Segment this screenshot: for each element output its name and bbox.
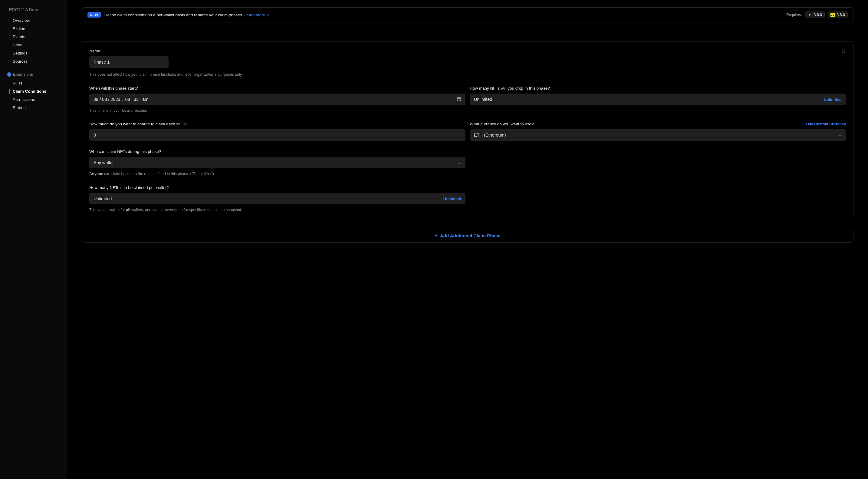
currency-select[interactable]: ETH (Ethereum) xyxy=(470,129,846,141)
learn-more-link[interactable]: Learn more ↗ xyxy=(244,13,270,17)
sidebar-title: ERC721A Drop xyxy=(0,7,67,17)
drop-unlimited-link[interactable]: Unlimited xyxy=(824,97,842,101)
add-phase-label: Add Additional Claim Phase xyxy=(440,233,500,238)
js-version-badge: JS 3.6.0 xyxy=(828,11,848,18)
price-input[interactable] xyxy=(89,129,465,141)
phase-card: Name This does not affect how your claim… xyxy=(82,41,854,220)
requires-label: Requires: xyxy=(786,13,802,17)
sidebar: ERC721A Drop Overview Explorer Events Co… xyxy=(0,0,67,479)
sidebar-item-permissions[interactable]: Permissions xyxy=(0,95,67,103)
sidebar-item-explorer[interactable]: Explorer xyxy=(0,25,67,33)
sidebar-item-code[interactable]: Code xyxy=(0,41,67,49)
add-phase-button[interactable]: + Add Additional Claim Phase xyxy=(82,229,854,242)
per-wallet-hint: This value applies for all wallets, and … xyxy=(89,207,465,213)
react-icon: ⚛ xyxy=(807,13,812,17)
per-wallet-unlimited-link[interactable]: Unlimited xyxy=(443,196,461,201)
custom-currency-link[interactable]: Use Custom Currency xyxy=(806,122,846,126)
sidebar-item-sources[interactable]: Sources xyxy=(0,57,67,65)
sidebar-item-events[interactable]: Events xyxy=(0,33,67,41)
start-hint: This time is in your local timezone. xyxy=(89,108,465,114)
notice-text: Define claim conditions on a per-wallet … xyxy=(104,12,270,17)
who-select[interactable]: Any wallet xyxy=(89,157,465,168)
notice-banner: NEW Define claim conditions on a per-wal… xyxy=(82,7,854,22)
price-label: How much do you want to charge to claim … xyxy=(89,122,465,126)
drop-label: How many NFTs will you drop in this phas… xyxy=(470,86,846,91)
js-icon: JS xyxy=(831,13,835,17)
sidebar-section-extensions: Extensions xyxy=(0,72,67,79)
requires-section: Requires: ⚛ 3.6.0 JS 3.6.0 xyxy=(786,11,848,18)
sidebar-item-embed[interactable]: Embed xyxy=(0,103,67,112)
delete-phase-icon[interactable] xyxy=(841,49,846,55)
who-hint: Anyone can claim based on the rules defi… xyxy=(89,171,465,177)
diamond-icon xyxy=(7,72,12,77)
new-badge: NEW xyxy=(88,12,101,18)
name-hint: This does not affect how your claim phas… xyxy=(89,72,846,78)
start-label: When will this phase start? xyxy=(89,86,465,91)
plus-icon: + xyxy=(435,233,438,238)
per-wallet-label: How many NFTs can be claimed per wallet? xyxy=(89,185,465,190)
sidebar-item-nfts[interactable]: NFTs xyxy=(0,79,67,87)
per-wallet-input[interactable] xyxy=(89,193,465,204)
currency-label: What currency do you want to use? xyxy=(470,122,534,126)
start-datetime-input[interactable] xyxy=(89,94,465,105)
extensions-label: Extensions xyxy=(13,72,33,77)
drop-input[interactable] xyxy=(470,94,846,105)
sidebar-item-overview[interactable]: Overview xyxy=(0,17,67,25)
who-label: Who can claim NFTs during this phase? xyxy=(89,149,465,154)
sidebar-item-settings[interactable]: Settings xyxy=(0,49,67,57)
react-version-badge: ⚛ 3.6.0 xyxy=(805,11,825,18)
name-input[interactable] xyxy=(89,56,168,68)
sidebar-item-claim-conditions[interactable]: Claim Conditions xyxy=(0,87,67,95)
main-content: NEW Define claim conditions on a per-wal… xyxy=(67,0,868,479)
name-label: Name xyxy=(89,49,841,53)
